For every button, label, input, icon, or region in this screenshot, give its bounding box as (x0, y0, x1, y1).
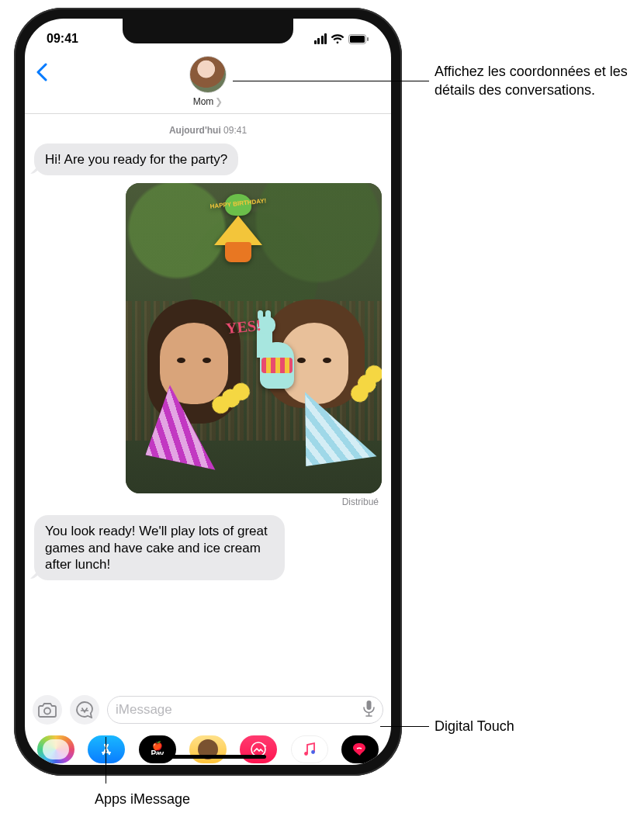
incoming-message[interactable]: Hi! Are you ready for the party? (34, 144, 238, 175)
svg-point-6 (304, 752, 308, 756)
svg-rect-4 (367, 701, 372, 710)
callout-line (106, 737, 106, 784)
contact-avatar (189, 56, 227, 93)
status-right (314, 33, 370, 44)
pineapple-sticker: HAPPY BIRTHDAY! (211, 194, 265, 262)
status-time: 09:41 (47, 32, 78, 46)
message-thread[interactable]: Aujourd'hui 09:41 Hi! Are you ready for … (25, 114, 391, 690)
back-button[interactable] (36, 56, 67, 87)
animoji-app-icon[interactable] (189, 735, 227, 763)
svg-point-3 (44, 708, 50, 714)
images-app-icon[interactable] (240, 735, 277, 763)
thread-timestamp: Aujourd'hui 09:41 (34, 125, 382, 136)
input-placeholder: iMessage (116, 702, 172, 718)
screen: 09:41 Mom ❯ (25, 19, 391, 765)
svg-rect-2 (367, 37, 369, 41)
callout-imessage-apps: Apps iMessage (95, 790, 190, 808)
conversation-header: Mom ❯ (25, 53, 391, 114)
callout-contact-details: Affichez les coordonnées et les détails … (435, 62, 628, 100)
cellular-signal-icon (314, 33, 327, 44)
dictation-icon[interactable] (363, 700, 375, 721)
app-store-app-icon[interactable] (88, 735, 125, 763)
callout-line (233, 81, 429, 81)
sent-photo-message[interactable]: HAPPY BIRTHDAY! YES! (126, 183, 382, 493)
phone-frame: 09:41 Mom ❯ (14, 8, 402, 776)
apps-button[interactable] (70, 695, 99, 725)
wifi-icon (331, 34, 345, 44)
callout-line (380, 726, 429, 727)
incoming-message[interactable]: You look ready! We'll play lots of great… (34, 515, 285, 580)
home-indicator[interactable] (150, 755, 266, 759)
callout-digital-touch: Digital Touch (435, 717, 514, 735)
photos-app-icon[interactable] (37, 735, 74, 763)
notch (123, 19, 293, 43)
contact-button[interactable]: Mom ❯ (189, 56, 227, 107)
chevron-right-icon: ❯ (215, 96, 223, 107)
delivered-status: Distribué (342, 496, 379, 507)
svg-rect-1 (350, 36, 365, 43)
camera-button[interactable] (33, 695, 62, 725)
compose-row: iMessage (25, 690, 391, 729)
message-input[interactable]: iMessage (107, 696, 383, 724)
app-drawer[interactable]: 🍎 Pay (25, 729, 391, 765)
svg-point-7 (311, 750, 315, 754)
contact-name-label: Mom (193, 96, 214, 107)
battery-icon (348, 34, 369, 44)
llama-sticker: YES! (238, 315, 299, 389)
music-app-icon[interactable] (291, 735, 328, 763)
digital-touch-app-icon[interactable] (341, 735, 379, 763)
apple-pay-app-icon[interactable]: 🍎 Pay (139, 735, 176, 763)
